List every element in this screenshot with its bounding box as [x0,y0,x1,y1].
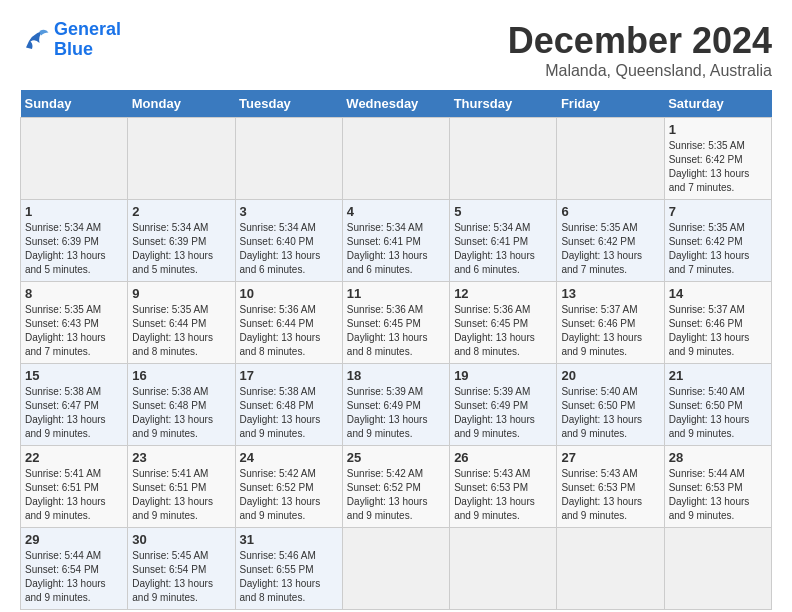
week-row-1: 1Sunrise: 5:35 AMSunset: 6:42 PMDaylight… [21,118,772,200]
day-info: Sunrise: 5:39 AMSunset: 6:49 PMDaylight:… [454,385,552,441]
calendar-cell: 14Sunrise: 5:37 AMSunset: 6:46 PMDayligh… [664,282,771,364]
day-info: Sunrise: 5:43 AMSunset: 6:53 PMDaylight:… [561,467,659,523]
day-number: 4 [347,204,445,219]
day-number: 30 [132,532,230,547]
weekday-header-wednesday: Wednesday [342,90,449,118]
day-info: Sunrise: 5:35 AMSunset: 6:43 PMDaylight:… [25,303,123,359]
day-info: Sunrise: 5:41 AMSunset: 6:51 PMDaylight:… [132,467,230,523]
day-info: Sunrise: 5:34 AMSunset: 6:41 PMDaylight:… [347,221,445,277]
day-number: 21 [669,368,767,383]
day-info: Sunrise: 5:36 AMSunset: 6:45 PMDaylight:… [347,303,445,359]
calendar-cell [664,528,771,610]
week-row-6: 29Sunrise: 5:44 AMSunset: 6:54 PMDayligh… [21,528,772,610]
day-number: 7 [669,204,767,219]
day-number: 3 [240,204,338,219]
day-info: Sunrise: 5:42 AMSunset: 6:52 PMDaylight:… [347,467,445,523]
day-number: 31 [240,532,338,547]
day-number: 2 [132,204,230,219]
day-info: Sunrise: 5:34 AMSunset: 6:39 PMDaylight:… [132,221,230,277]
calendar-cell: 17Sunrise: 5:38 AMSunset: 6:48 PMDayligh… [235,364,342,446]
title-area: December 2024 Malanda, Queensland, Austr… [508,20,772,80]
day-info: Sunrise: 5:44 AMSunset: 6:53 PMDaylight:… [669,467,767,523]
day-info: Sunrise: 5:34 AMSunset: 6:41 PMDaylight:… [454,221,552,277]
calendar-cell: 16Sunrise: 5:38 AMSunset: 6:48 PMDayligh… [128,364,235,446]
day-info: Sunrise: 5:39 AMSunset: 6:49 PMDaylight:… [347,385,445,441]
calendar-cell [557,528,664,610]
calendar-cell [235,118,342,200]
calendar-cell: 19Sunrise: 5:39 AMSunset: 6:49 PMDayligh… [450,364,557,446]
day-info: Sunrise: 5:40 AMSunset: 6:50 PMDaylight:… [669,385,767,441]
weekday-header-row: SundayMondayTuesdayWednesdayThursdayFrid… [21,90,772,118]
day-info: Sunrise: 5:35 AMSunset: 6:44 PMDaylight:… [132,303,230,359]
day-number: 10 [240,286,338,301]
calendar-cell: 9Sunrise: 5:35 AMSunset: 6:44 PMDaylight… [128,282,235,364]
day-number: 17 [240,368,338,383]
calendar-cell: 6Sunrise: 5:35 AMSunset: 6:42 PMDaylight… [557,200,664,282]
logo: General Blue [20,20,121,60]
weekday-header-friday: Friday [557,90,664,118]
day-info: Sunrise: 5:37 AMSunset: 6:46 PMDaylight:… [669,303,767,359]
calendar-cell [557,118,664,200]
day-info: Sunrise: 5:35 AMSunset: 6:42 PMDaylight:… [669,221,767,277]
calendar-subtitle: Malanda, Queensland, Australia [508,62,772,80]
calendar-cell: 31Sunrise: 5:46 AMSunset: 6:55 PMDayligh… [235,528,342,610]
weekday-header-thursday: Thursday [450,90,557,118]
day-number: 27 [561,450,659,465]
calendar-cell: 5Sunrise: 5:34 AMSunset: 6:41 PMDaylight… [450,200,557,282]
calendar-cell: 13Sunrise: 5:37 AMSunset: 6:46 PMDayligh… [557,282,664,364]
logo-line1: General [54,19,121,39]
calendar-cell: 28Sunrise: 5:44 AMSunset: 6:53 PMDayligh… [664,446,771,528]
weekday-header-monday: Monday [128,90,235,118]
calendar-cell: 3Sunrise: 5:34 AMSunset: 6:40 PMDaylight… [235,200,342,282]
calendar-cell: 11Sunrise: 5:36 AMSunset: 6:45 PMDayligh… [342,282,449,364]
day-info: Sunrise: 5:34 AMSunset: 6:39 PMDaylight:… [25,221,123,277]
day-number: 9 [132,286,230,301]
day-info: Sunrise: 5:38 AMSunset: 6:47 PMDaylight:… [25,385,123,441]
day-number: 12 [454,286,552,301]
calendar-cell: 30Sunrise: 5:45 AMSunset: 6:54 PMDayligh… [128,528,235,610]
calendar-cell: 21Sunrise: 5:40 AMSunset: 6:50 PMDayligh… [664,364,771,446]
logo-text: General Blue [54,20,121,60]
day-number: 23 [132,450,230,465]
day-info: Sunrise: 5:44 AMSunset: 6:54 PMDaylight:… [25,549,123,605]
calendar-cell [450,118,557,200]
weekday-header-sunday: Sunday [21,90,128,118]
calendar-cell: 27Sunrise: 5:43 AMSunset: 6:53 PMDayligh… [557,446,664,528]
header: General Blue December 2024 Malanda, Quee… [20,20,772,80]
day-number: 24 [240,450,338,465]
calendar-title: December 2024 [508,20,772,62]
day-info: Sunrise: 5:40 AMSunset: 6:50 PMDaylight:… [561,385,659,441]
calendar-cell: 29Sunrise: 5:44 AMSunset: 6:54 PMDayligh… [21,528,128,610]
day-number: 26 [454,450,552,465]
calendar-cell: 25Sunrise: 5:42 AMSunset: 6:52 PMDayligh… [342,446,449,528]
week-row-5: 22Sunrise: 5:41 AMSunset: 6:51 PMDayligh… [21,446,772,528]
day-number: 28 [669,450,767,465]
day-number: 25 [347,450,445,465]
calendar-cell: 20Sunrise: 5:40 AMSunset: 6:50 PMDayligh… [557,364,664,446]
day-info: Sunrise: 5:43 AMSunset: 6:53 PMDaylight:… [454,467,552,523]
day-info: Sunrise: 5:34 AMSunset: 6:40 PMDaylight:… [240,221,338,277]
day-number: 29 [25,532,123,547]
calendar-cell: 24Sunrise: 5:42 AMSunset: 6:52 PMDayligh… [235,446,342,528]
calendar-cell [128,118,235,200]
day-info: Sunrise: 5:35 AMSunset: 6:42 PMDaylight:… [561,221,659,277]
day-number: 16 [132,368,230,383]
calendar-cell: 8Sunrise: 5:35 AMSunset: 6:43 PMDaylight… [21,282,128,364]
day-info: Sunrise: 5:38 AMSunset: 6:48 PMDaylight:… [240,385,338,441]
day-info: Sunrise: 5:37 AMSunset: 6:46 PMDaylight:… [561,303,659,359]
day-number: 8 [25,286,123,301]
calendar-cell: 26Sunrise: 5:43 AMSunset: 6:53 PMDayligh… [450,446,557,528]
day-number: 18 [347,368,445,383]
calendar-cell: 23Sunrise: 5:41 AMSunset: 6:51 PMDayligh… [128,446,235,528]
calendar-cell [342,528,449,610]
calendar-cell [21,118,128,200]
calendar-cell: 7Sunrise: 5:35 AMSunset: 6:42 PMDaylight… [664,200,771,282]
day-info: Sunrise: 5:45 AMSunset: 6:54 PMDaylight:… [132,549,230,605]
calendar-cell: 18Sunrise: 5:39 AMSunset: 6:49 PMDayligh… [342,364,449,446]
day-number: 5 [454,204,552,219]
day-number: 6 [561,204,659,219]
calendar-cell: 2Sunrise: 5:34 AMSunset: 6:39 PMDaylight… [128,200,235,282]
weekday-header-tuesday: Tuesday [235,90,342,118]
day-info: Sunrise: 5:42 AMSunset: 6:52 PMDaylight:… [240,467,338,523]
day-info: Sunrise: 5:36 AMSunset: 6:45 PMDaylight:… [454,303,552,359]
